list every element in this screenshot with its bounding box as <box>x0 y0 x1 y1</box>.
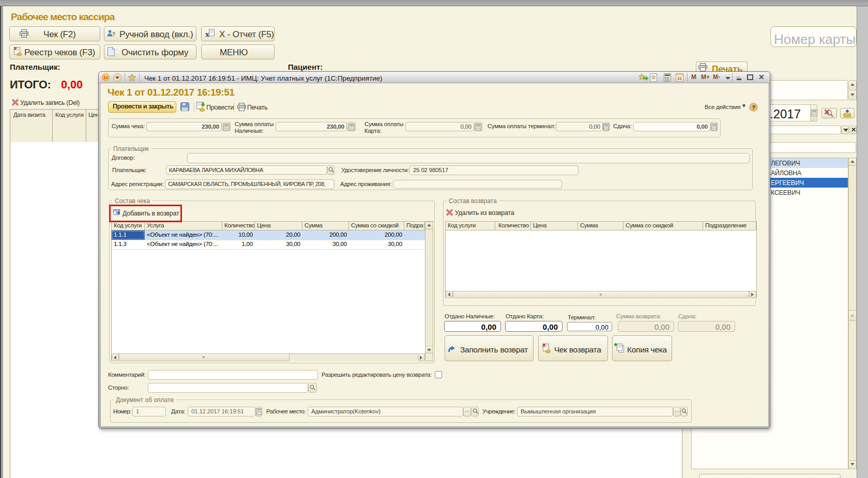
svg-text:x: x <box>205 30 209 38</box>
svg-text:?: ? <box>112 32 115 37</box>
svg-text:?: ? <box>752 104 755 111</box>
svg-text:1с: 1с <box>103 74 109 80</box>
svg-text:31: 31 <box>677 76 682 81</box>
